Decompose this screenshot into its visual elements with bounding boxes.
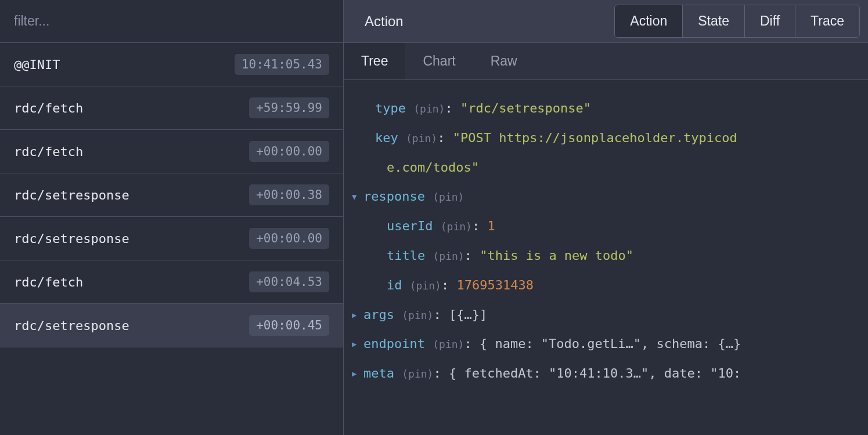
pin-label[interactable]: (pin) <box>402 308 433 322</box>
action-row[interactable]: rdc/setresponse+00:00.00 <box>0 217 343 260</box>
view-tab-chart[interactable]: Chart <box>405 43 473 79</box>
colon: : <box>472 217 488 235</box>
colon: : <box>464 247 480 265</box>
colon: : <box>464 335 480 353</box>
action-row[interactable]: @@INIT10:41:05.43 <box>0 43 343 86</box>
tree-preview: { fetchedAt: "10:41:10.3…", date: "10: <box>449 365 741 383</box>
pin-label[interactable]: (pin) <box>433 249 464 263</box>
tree-row-args[interactable]: ▶ args (pin) : [{…}] <box>352 300 860 330</box>
tree-row-response[interactable]: ▼ response (pin) <box>352 182 860 212</box>
action-time-badge: +00:04.53 <box>249 271 329 292</box>
action-time-badge: +59:59.99 <box>249 97 329 118</box>
tree-value-number: 1769531438 <box>456 277 533 295</box>
tree-preview: [{…}] <box>449 306 487 324</box>
tree-row-userid[interactable]: userId (pin) : 1 <box>352 212 860 241</box>
view-tab-tree[interactable]: Tree <box>344 43 405 79</box>
pin-label[interactable]: (pin) <box>410 278 441 293</box>
pin-label[interactable]: (pin) <box>406 131 437 146</box>
action-name: rdc/fetch <box>14 144 83 159</box>
tree-row-type[interactable]: ▶ type (pin) : "rdc/setresponse" <box>352 94 860 124</box>
action-row[interactable]: rdc/setresponse+00:00.45 <box>0 304 343 347</box>
action-name: @@INIT <box>14 57 60 72</box>
tree-row-meta[interactable]: ▶ meta (pin) : { fetchedAt: "10:41:10.3…… <box>352 359 860 389</box>
inspector-tab-action[interactable]: Action <box>615 5 683 37</box>
colon: : <box>437 129 453 147</box>
action-time-badge: +00:00.38 <box>249 184 329 205</box>
expand-arrow-icon[interactable]: ▶ <box>352 310 363 321</box>
tree-key: key <box>375 129 398 147</box>
inspector-title: Action <box>365 13 404 30</box>
action-list-panel: @@INIT10:41:05.43rdc/fetch+59:59.99rdc/f… <box>0 0 344 435</box>
expand-arrow-icon[interactable]: ▶ <box>352 368 363 380</box>
tree-key: args <box>363 306 394 324</box>
filter-input[interactable] <box>0 0 343 43</box>
tree-row-endpoint[interactable]: ▶ endpoint (pin) : { name: "Todo.getLi…"… <box>352 329 860 359</box>
tree-key: title <box>387 247 425 265</box>
action-name: rdc/setresponse <box>14 231 129 246</box>
tree-key: response <box>363 188 425 206</box>
action-name: rdc/fetch <box>14 275 83 289</box>
collapse-arrow-icon[interactable]: ▼ <box>352 191 363 203</box>
action-row[interactable]: rdc/fetch+59:59.99 <box>0 86 343 130</box>
inspector-panel: Action ActionStateDiffTrace TreeChartRaw… <box>344 0 868 435</box>
tree-key: userId <box>387 217 433 235</box>
pin-label[interactable]: (pin) <box>402 367 433 381</box>
expand-arrow-icon[interactable]: ▶ <box>352 339 363 350</box>
view-tab-raw[interactable]: Raw <box>473 43 535 79</box>
action-list: @@INIT10:41:05.43rdc/fetch+59:59.99rdc/f… <box>0 43 343 347</box>
tree-value-string: "this is a new todo" <box>480 247 633 265</box>
tree-value-string: "POST https://jsonplaceholder.typicod <box>453 129 737 147</box>
pin-label[interactable]: (pin) <box>433 337 464 351</box>
tree-row-title[interactable]: title (pin) : "this is a new todo" <box>352 241 860 271</box>
action-row[interactable]: rdc/setresponse+00:00.38 <box>0 173 343 217</box>
pin-label[interactable]: (pin) <box>413 102 445 116</box>
tree-key: endpoint <box>363 335 425 353</box>
inspector-tabs: ActionStateDiffTrace <box>614 5 860 38</box>
tree-preview: { name: "Todo.getLi…", schema: {…} <box>480 335 741 353</box>
inspector-tab-trace[interactable]: Trace <box>795 5 859 37</box>
action-row[interactable]: rdc/fetch+00:04.53 <box>0 260 343 304</box>
tree-row-key[interactable]: ▶ key (pin) : "POST https://jsonplacehol… <box>352 124 860 153</box>
colon: : <box>445 100 460 118</box>
colon: : <box>441 277 457 295</box>
inspector-top-bar: Action ActionStateDiffTrace <box>344 0 868 43</box>
action-row[interactable]: rdc/fetch+00:00.00 <box>0 130 343 173</box>
action-name: rdc/fetch <box>14 101 83 115</box>
action-time-badge: +00:00.00 <box>249 141 329 162</box>
inspector-tab-state[interactable]: State <box>683 5 745 37</box>
tree-value-string: "rdc/setresponse" <box>460 100 591 118</box>
action-time-badge: +00:00.45 <box>249 315 329 336</box>
pin-label[interactable]: (pin) <box>441 219 472 234</box>
tree-key: id <box>387 277 402 295</box>
tree-key: type <box>375 100 406 118</box>
action-name: rdc/setresponse <box>14 318 129 333</box>
arrow-spacer: ▶ <box>363 103 375 115</box>
inspector-tab-diff[interactable]: Diff <box>745 5 795 37</box>
pin-label[interactable]: (pin) <box>433 190 464 204</box>
tree-row-key-wrap: e.com/todos" <box>352 153 860 183</box>
action-name: rdc/setresponse <box>14 188 129 202</box>
tree-key: meta <box>363 365 394 383</box>
tree-view: ▶ type (pin) : "rdc/setresponse" ▶ key (… <box>344 80 868 403</box>
tree-value-string: e.com/todos" <box>387 159 479 177</box>
action-time-badge: +00:00.00 <box>249 228 329 249</box>
action-time-badge: 10:41:05.43 <box>235 54 329 75</box>
colon: : <box>433 365 449 383</box>
tree-value-number: 1 <box>487 217 495 235</box>
colon: : <box>433 306 449 324</box>
arrow-spacer: ▶ <box>363 133 375 144</box>
tree-row-id[interactable]: id (pin) : 1769531438 <box>352 271 860 300</box>
view-tabs: TreeChartRaw <box>344 43 868 80</box>
